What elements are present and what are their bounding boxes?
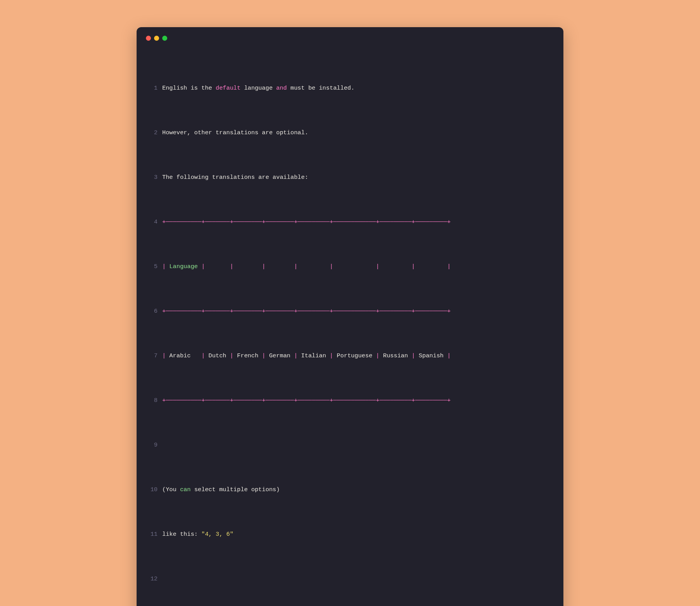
- code-line: 2 However, other translations are option…: [146, 127, 554, 139]
- line-number: 5: [146, 261, 158, 272]
- code-line: 1 English is the default language and mu…: [146, 83, 554, 94]
- line-number: 8: [146, 395, 158, 406]
- terminal-window: 1 English is the default language and mu…: [137, 27, 563, 606]
- line-number: 2: [146, 127, 158, 139]
- line-content: However, other translations are optional…: [162, 127, 554, 139]
- line-number: 9: [146, 440, 158, 451]
- code-line: 3 The following translations are availab…: [146, 172, 554, 183]
- code-line: 10 (You can select multiple options): [146, 484, 554, 495]
- table-border: +──────────+───────+────────+────────+──…: [162, 395, 554, 406]
- code-line: 6 +──────────+───────+────────+────────+…: [146, 306, 554, 317]
- table-header-row: | Language | | | | | | | |: [162, 261, 554, 272]
- table-border: +──────────+───────+────────+────────+──…: [162, 216, 554, 228]
- code-line: 5 | Language | | | | | | | |: [146, 261, 554, 272]
- window-controls: [146, 36, 554, 41]
- code-line: 12: [146, 573, 554, 585]
- minimize-icon[interactable]: [154, 36, 159, 41]
- close-icon[interactable]: [146, 36, 151, 41]
- code-line: 7 | Arabic | Dutch | French | German | I…: [146, 350, 554, 362]
- table-data-row: | Arabic | Dutch | French | German | Ita…: [162, 350, 554, 362]
- code-block: 1 English is the default language and mu…: [146, 49, 554, 606]
- line-content: like this: "4, 3, 6": [162, 529, 554, 540]
- line-content: The following translations are available…: [162, 172, 554, 183]
- zoom-icon[interactable]: [162, 36, 167, 41]
- line-number: 7: [146, 350, 158, 362]
- code-line: 9: [146, 440, 554, 451]
- line-number: 4: [146, 216, 158, 228]
- line-content: (You can select multiple options): [162, 484, 554, 495]
- line-number: 1: [146, 83, 158, 94]
- code-line: 11 like this: "4, 3, 6": [146, 529, 554, 540]
- code-line: 8 +──────────+───────+────────+────────+…: [146, 395, 554, 406]
- table-border: +──────────+───────+────────+────────+──…: [162, 306, 554, 317]
- line-number: 11: [146, 529, 158, 540]
- line-number: 6: [146, 306, 158, 317]
- line-number: 10: [146, 484, 158, 495]
- code-line: 4 +──────────+───────+────────+────────+…: [146, 216, 554, 228]
- line-content: English is the default language and must…: [162, 83, 554, 94]
- line-number: 3: [146, 172, 158, 183]
- line-number: 12: [146, 573, 158, 585]
